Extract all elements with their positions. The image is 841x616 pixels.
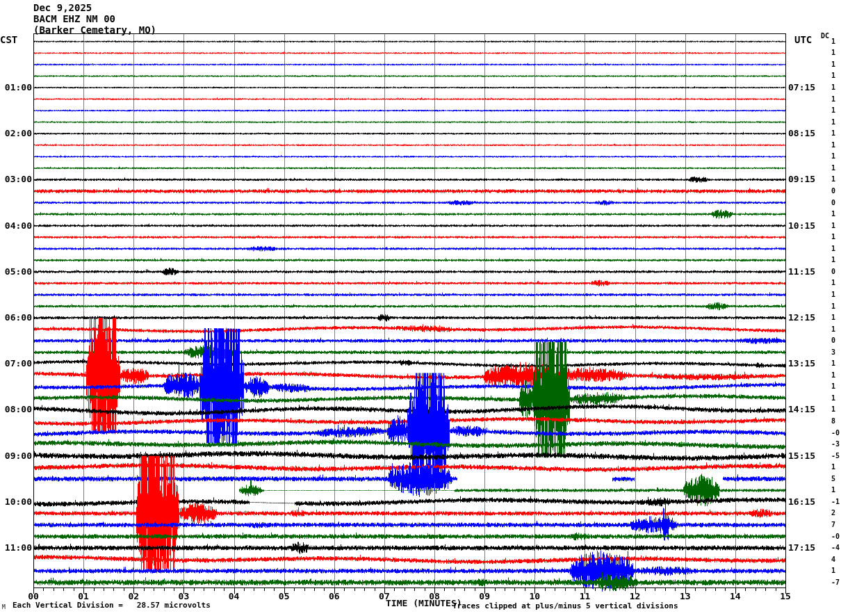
minute-tick-label: 00 (23, 592, 44, 601)
dc-offset-value: -3 (831, 441, 841, 448)
dc-offset-value: 1 (831, 130, 841, 137)
dc-offset-value: 1 (831, 291, 841, 298)
cst-hour-label: 09:00 (0, 451, 32, 460)
cst-hour-label: 02:00 (0, 129, 32, 138)
x-axis-title: TIME (MINUTES) (386, 599, 462, 608)
minute-tick-label: 05 (274, 592, 295, 601)
minute-tick-label: 03 (173, 592, 194, 601)
minute-tick-label: 15 (775, 592, 796, 601)
left-timezone-label: CST (0, 35, 17, 44)
dc-offset-value: 1 (831, 314, 841, 321)
dc-offset-value: 3 (831, 349, 841, 356)
dc-offset-value: -4 (831, 544, 841, 551)
vertical-scale-note: Each Vertical Division = 28.57 microvolt… (13, 601, 211, 609)
minute-tick-label: 09 (474, 592, 495, 601)
dc-offset-value: -1 (831, 499, 841, 505)
dc-offset-value: 1 (831, 234, 841, 241)
minute-tick-label: 12 (625, 592, 646, 601)
cst-hour-label: 05:00 (0, 267, 32, 276)
right-timezone-label: UTC (794, 35, 812, 44)
dc-offset-value: 1 (831, 38, 841, 45)
dc-offset-value: 1 (831, 279, 841, 286)
utc-hour-label: 09:15 (788, 175, 830, 184)
cst-hour-label: 10:00 (0, 497, 32, 506)
dc-offset-value: 1 (831, 303, 841, 310)
dc-offset-value: 1 (831, 406, 841, 413)
dc-offset-value: 8 (831, 418, 841, 425)
dc-offset-value: 1 (831, 72, 841, 79)
minute-tick-label: 13 (675, 592, 696, 601)
cst-hour-label: 01:00 (0, 83, 32, 92)
dc-offset-value: 0 (831, 200, 841, 206)
utc-hour-label: 12:15 (788, 313, 830, 322)
station-code: BACM EHZ NM 00 (33, 14, 115, 24)
watermark-glyph: M (2, 605, 6, 610)
dc-offset-value: 1 (831, 119, 841, 126)
dc-offset-value: 1 (831, 383, 841, 390)
cst-hour-label: 03:00 (0, 175, 32, 184)
seismogram-canvas (0, 0, 841, 616)
utc-hour-label: 16:15 (788, 497, 830, 506)
dc-offset-value: 1 (831, 257, 841, 264)
minute-tick-label: 10 (524, 592, 545, 601)
dc-offset-value: 7 (831, 521, 841, 528)
dc-offset-value: 0 (831, 268, 841, 275)
dc-offset-value: -0 (831, 533, 841, 540)
dc-offset-value: 1 (831, 211, 841, 218)
dc-offset-value: 0 (831, 337, 841, 344)
dc-offset-value: 1 (831, 222, 841, 229)
plot-date: Dec 9,2025 (33, 3, 92, 13)
utc-hour-label: 14:15 (788, 405, 830, 414)
dc-offset-value: 1 (831, 96, 841, 103)
minute-tick-label: 01 (73, 592, 94, 601)
utc-hour-label: 08:15 (788, 129, 830, 138)
dc-offset-value: -7 (831, 579, 841, 586)
dc-offset-value: 1 (831, 360, 841, 367)
cst-hour-label: 07:00 (0, 359, 32, 368)
utc-hour-label: 11:15 (788, 267, 830, 276)
dc-offset-value: 1 (831, 49, 841, 56)
dc-offset-value: 1 (831, 61, 841, 68)
dc-offset-value: 1 (831, 487, 841, 494)
helicorder-screen: Dec 9,2025 BACM EHZ NM 00 (Barker Cemeta… (0, 0, 841, 616)
cst-hour-label: 06:00 (0, 313, 32, 322)
dc-offset-value: -5 (831, 453, 841, 460)
utc-hour-label: 15:15 (788, 451, 830, 460)
minute-tick-label: 06 (324, 592, 345, 601)
dc-offset-value: 1 (831, 84, 841, 91)
utc-hour-label: 17:15 (788, 543, 830, 552)
dc-offset-value: 1 (831, 372, 841, 379)
dc-offset-value: 1 (831, 142, 841, 149)
dc-offset-value: 1 (831, 567, 841, 574)
clip-note: Traces clipped at plus/minus 5 vertical … (452, 602, 678, 610)
cst-hour-label: 11:00 (0, 543, 32, 552)
dc-offset-value: -0 (831, 430, 841, 437)
dc-offset-value: 4 (831, 556, 841, 563)
cst-hour-label: 04:00 (0, 221, 32, 230)
minute-tick-label: 14 (725, 592, 746, 601)
minute-tick-label: 02 (123, 592, 144, 601)
minute-tick-label: 04 (224, 592, 245, 601)
dc-offset-value: 1 (831, 165, 841, 172)
dc-offset-value: 2 (831, 510, 841, 517)
dc-column-header: DC (821, 33, 829, 40)
station-location: (Barker Cemetary, MO) (33, 25, 156, 35)
dc-offset-value: 1 (831, 395, 841, 402)
dc-offset-value: 1 (831, 176, 841, 183)
utc-hour-label: 13:15 (788, 359, 830, 368)
cst-hour-label: 08:00 (0, 405, 32, 414)
dc-offset-value: 1 (831, 245, 841, 252)
minute-tick-label: 11 (574, 592, 595, 601)
dc-offset-value: 1 (831, 107, 841, 114)
utc-hour-label: 10:15 (788, 221, 830, 230)
utc-hour-label: 07:15 (788, 83, 830, 92)
dc-offset-value: 1 (831, 153, 841, 160)
dc-offset-value: 1 (831, 326, 841, 333)
dc-offset-value: 1 (831, 464, 841, 471)
dc-offset-value: 5 (831, 476, 841, 483)
dc-offset-value: 0 (831, 188, 841, 195)
